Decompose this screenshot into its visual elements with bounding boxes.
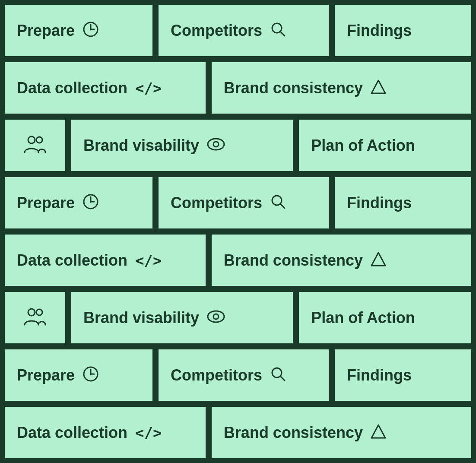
clock-icon-3: [83, 366, 99, 385]
cell-brand-consistency-3[interactable]: Brand consistency: [210, 406, 473, 460]
grid-row-1: Prepare Competitors Findings: [3, 3, 473, 57]
triangle-icon-3: [371, 424, 386, 442]
users-icon-1: [24, 134, 46, 157]
svg-point-9: [213, 142, 219, 147]
cell-brand-visability-2[interactable]: Brand visability: [70, 291, 294, 345]
cell-data-collection-1[interactable]: Data collection </>: [3, 61, 207, 115]
grid-row-4: Prepare Competitors Findings: [3, 176, 473, 230]
cell-findings-1[interactable]: Findings: [333, 3, 473, 57]
triangle-icon-1: [371, 79, 386, 97]
data-collection-label-1: Data collection: [17, 80, 127, 96]
findings-label-3: Findings: [347, 368, 412, 383]
cell-prepare-1[interactable]: Prepare: [3, 3, 154, 57]
code-icon-1: </>: [135, 81, 162, 95]
cell-competitors-3[interactable]: Competitors: [157, 348, 330, 402]
svg-line-24: [280, 376, 285, 381]
search-icon-1: [270, 21, 286, 40]
grid-row-7: Prepare Competitors Findings: [3, 348, 473, 402]
users-icon-2: [24, 307, 46, 329]
clock-icon-1: [83, 21, 99, 40]
grid-container: Prepare Competitors Findings: [0, 0, 476, 463]
search-icon-2: [270, 193, 286, 212]
plan-of-action-label-1: Plan of Action: [311, 138, 415, 153]
svg-marker-5: [371, 80, 385, 93]
cell-users-1[interactable]: [3, 118, 67, 172]
brand-visability-label-2: Brand visability: [83, 310, 199, 326]
svg-marker-25: [371, 425, 385, 438]
cell-data-collection-2[interactable]: Data collection </>: [3, 233, 207, 287]
svg-marker-15: [371, 253, 385, 266]
brand-visability-label-1: Brand visability: [83, 138, 199, 153]
grid-row-3: Brand visability Plan of Action: [3, 118, 473, 172]
clock-icon-2: [83, 193, 99, 212]
svg-point-6: [28, 136, 35, 143]
eye-icon-1: [207, 137, 225, 154]
competitors-label-2: Competitors: [171, 195, 262, 211]
cell-competitors-1[interactable]: Competitors: [157, 3, 330, 57]
cell-competitors-2[interactable]: Competitors: [157, 176, 330, 230]
svg-point-8: [208, 139, 224, 150]
prepare-label-2: Prepare: [17, 195, 75, 211]
cell-brand-visability-1[interactable]: Brand visability: [70, 118, 294, 172]
code-icon-3: </>: [135, 425, 162, 440]
data-collection-label-2: Data collection: [17, 253, 127, 268]
grid-row-6: Brand visability Plan of Action: [3, 291, 473, 345]
cell-users-2[interactable]: [3, 291, 67, 345]
cell-data-collection-3[interactable]: Data collection </>: [3, 406, 207, 460]
svg-point-18: [208, 311, 224, 322]
competitors-label-1: Competitors: [171, 23, 262, 38]
brand-consistency-label-2: Brand consistency: [224, 253, 363, 268]
cell-findings-2[interactable]: Findings: [333, 176, 473, 230]
data-collection-label-3: Data collection: [17, 425, 127, 441]
brand-consistency-label-3: Brand consistency: [224, 425, 363, 441]
eye-icon-2: [207, 310, 225, 326]
prepare-label-3: Prepare: [17, 368, 75, 383]
triangle-icon-2: [371, 251, 386, 270]
cell-brand-consistency-2[interactable]: Brand consistency: [210, 233, 473, 287]
svg-point-16: [28, 309, 35, 316]
code-icon-2: </>: [135, 253, 162, 268]
cell-plan-of-action-1[interactable]: Plan of Action: [298, 118, 473, 172]
findings-label-2: Findings: [347, 195, 412, 211]
svg-point-7: [36, 137, 42, 143]
svg-point-17: [36, 309, 42, 315]
svg-point-19: [213, 314, 219, 319]
svg-line-4: [280, 32, 285, 36]
cell-plan-of-action-2[interactable]: Plan of Action: [298, 291, 473, 345]
grid-row-5: Data collection </> Brand consistency: [3, 233, 473, 287]
competitors-label-3: Competitors: [171, 368, 262, 383]
grid-row-8: Data collection </> Brand consistency: [3, 406, 473, 460]
grid-row-2: Data collection </> Brand consistency: [3, 61, 473, 115]
brand-consistency-label-1: Brand consistency: [224, 80, 363, 96]
findings-label-1: Findings: [347, 23, 412, 38]
prepare-label-1: Prepare: [17, 23, 75, 38]
cell-findings-3[interactable]: Findings: [333, 348, 473, 402]
cell-brand-consistency-1[interactable]: Brand consistency: [210, 61, 473, 115]
cell-prepare-3[interactable]: Prepare: [3, 348, 154, 402]
svg-line-14: [280, 204, 285, 208]
plan-of-action-label-2: Plan of Action: [311, 310, 415, 326]
cell-prepare-2[interactable]: Prepare: [3, 176, 154, 230]
search-icon-3: [270, 366, 286, 385]
